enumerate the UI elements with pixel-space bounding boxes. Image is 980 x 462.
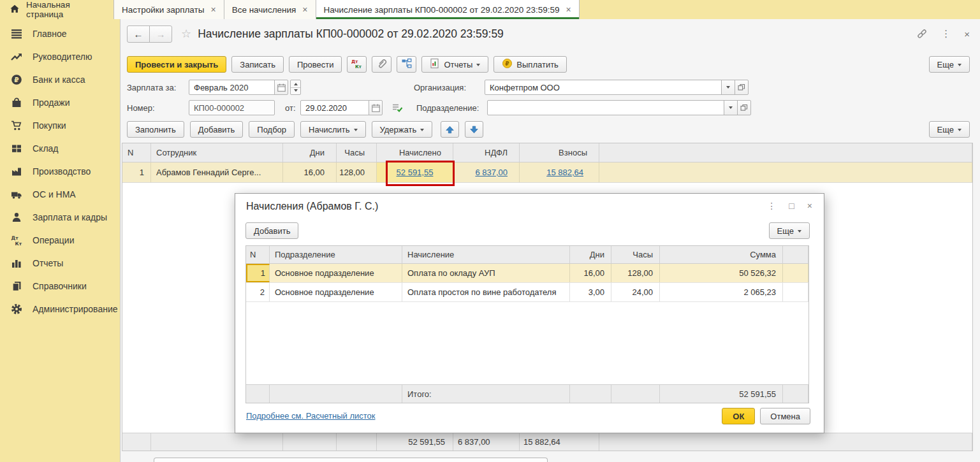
svg-text:Кт: Кт	[15, 241, 22, 247]
trend-icon	[10, 51, 23, 62]
fill-button[interactable]: Заполнить	[127, 121, 184, 138]
move-down-button[interactable]	[465, 121, 483, 138]
table-row[interactable]: 1 Абрамов Геннадий Серге... 16,00 128,00…	[122, 162, 972, 183]
chevron-down-icon	[354, 129, 358, 133]
accrue-button[interactable]: Начислить	[300, 121, 365, 138]
sidebar-item-bank-cash[interactable]: ₽ Банк и касса	[0, 68, 120, 91]
number-input[interactable]: КП00-000002	[189, 100, 275, 115]
maximize-icon[interactable]: □	[789, 201, 794, 211]
spin-down-icon	[294, 89, 298, 94]
accrual-row[interactable]: 1 Основное подразделение Оплата по оклад…	[246, 264, 808, 283]
forward-arrow-icon: →	[156, 29, 166, 40]
payslip-details-link[interactable]: Подробнее см. Расчетный листок	[246, 411, 376, 421]
contributions-amount-link[interactable]: 15 882,64	[546, 168, 583, 177]
withhold-button[interactable]: Удержать	[372, 121, 433, 138]
favorite-star-icon[interactable]: ☆	[181, 27, 191, 41]
show-postings-button[interactable]: ДтКт	[347, 56, 367, 73]
department-open-button[interactable]	[737, 100, 751, 115]
department-input[interactable]	[487, 100, 724, 115]
department-dropdown-button[interactable]	[724, 100, 738, 115]
sidebar-item-label: Главное	[33, 29, 67, 39]
sidebar-item-sales[interactable]: Продажи	[0, 91, 120, 114]
comment-field-partial[interactable]	[154, 458, 548, 462]
table-toolbar: Заполнить Добавить Подбор Начислить Удер…	[127, 121, 483, 138]
svg-text:Дт: Дт	[351, 59, 358, 64]
sidebar-item-label: Справочники	[33, 281, 87, 291]
accrual-row[interactable]: 2 Основное подразделение Оплата простоя …	[246, 283, 808, 302]
more-button-top[interactable]: Еще	[929, 56, 970, 73]
close-icon[interactable]: ×	[210, 4, 216, 15]
svg-text:₽: ₽	[506, 61, 509, 67]
structure-button[interactable]	[397, 56, 416, 73]
list-check-icon[interactable]	[391, 102, 403, 113]
sidebar-item-administration[interactable]: Администрирование	[0, 298, 120, 321]
sidebar-item-operations[interactable]: ДтКт Операции	[0, 229, 120, 252]
sidebar-item-label: Склад	[33, 143, 59, 154]
accruals-empty-area	[246, 302, 808, 384]
focused-cell[interactable]: 1	[246, 264, 270, 282]
tab-home[interactable]: Начальная страница	[0, 0, 113, 19]
post-button[interactable]: Провести	[289, 56, 342, 73]
dialog-add-button[interactable]: Добавить	[245, 222, 298, 239]
pick-button[interactable]: Подбор	[249, 121, 295, 138]
sidebar-item-manager[interactable]: Руководителю	[0, 45, 120, 68]
ndfl-amount-link[interactable]: 6 837,00	[475, 168, 508, 177]
save-button[interactable]: Записать	[231, 56, 284, 73]
sidebar-item-directories[interactable]: Справочники	[0, 275, 120, 298]
dialog-more-button[interactable]: Еще	[769, 222, 810, 239]
pay-button[interactable]: ₽ Выплатить	[494, 56, 567, 73]
sidebar-item-fixed-assets[interactable]: ОС и НМА	[0, 183, 120, 206]
organization-dropdown-button[interactable]	[721, 80, 735, 95]
move-up-button[interactable]	[441, 121, 459, 138]
link-icon[interactable]	[916, 28, 928, 40]
organization-input[interactable]: Конфетпром ООО	[485, 80, 722, 95]
back-button[interactable]: ←	[127, 25, 150, 43]
sidebar-item-production[interactable]: Производство	[0, 160, 120, 183]
gear-icon	[10, 303, 23, 315]
sidebar-item-label: ОС и НМА	[33, 189, 76, 199]
close-icon[interactable]: ×	[302, 4, 307, 15]
forward-button[interactable]: →	[149, 25, 172, 43]
more-dots-icon[interactable]: ⋮	[767, 201, 776, 211]
person-icon	[10, 212, 23, 223]
close-icon[interactable]: ×	[964, 29, 970, 40]
sidebar-item-salary-hr[interactable]: Зарплата и кадры	[0, 206, 120, 229]
tab-home-label: Начальная страница	[26, 0, 104, 19]
ok-button[interactable]: ОК	[722, 408, 755, 424]
more-button-table[interactable]: Еще	[929, 121, 970, 138]
accrued-amount-cell[interactable]: 52 591,55	[377, 162, 453, 182]
menu-icon	[10, 28, 23, 40]
sidebar-item-reports[interactable]: Отчеты	[0, 252, 120, 275]
organization-open-button[interactable]	[735, 80, 749, 95]
sidebar-item-warehouse[interactable]: Склад	[0, 137, 120, 160]
cancel-button[interactable]: Отмена	[760, 408, 810, 424]
sidebar-item-label: Покупки	[33, 120, 66, 131]
close-icon[interactable]: ×	[566, 4, 571, 15]
add-row-button[interactable]: Добавить	[190, 121, 243, 138]
sidebar-item-main[interactable]: Главное	[0, 22, 120, 45]
tab-salary-settings[interactable]: Настройки зарплаты ×	[113, 0, 224, 19]
sidebar-item-label: Отчеты	[33, 258, 63, 268]
sidebar-item-purchases[interactable]: Покупки	[0, 114, 120, 137]
tab-salary-accrual-document[interactable]: Начисление зарплаты КП00-000002 от 29.02…	[316, 0, 580, 19]
post-and-close-button[interactable]: Провести и закрыть	[127, 56, 226, 73]
reports-button[interactable]: Отчеты	[421, 56, 488, 73]
calendar-icon[interactable]	[369, 100, 383, 115]
date-input[interactable]: 29.02.2020	[300, 100, 369, 115]
dtkt-color-icon: ДтКт	[351, 58, 362, 71]
more-dots-icon[interactable]: ⋮	[941, 28, 951, 40]
organization-label: Организация:	[414, 83, 485, 92]
accruals-header-row: N Подразделение Начисление Дни Часы Сумм…	[246, 246, 808, 264]
document-header: ← → ☆ Начисление зарплаты КП00-000002 от…	[127, 23, 970, 45]
accrued-amount-link[interactable]: 52 591,55	[397, 168, 434, 177]
salary-for-label: Зарплата за:	[127, 83, 189, 92]
tab-label: Начисление зарплаты КП00-000002 от 29.02…	[324, 5, 560, 15]
close-icon[interactable]: ×	[807, 201, 812, 211]
calendar-icon[interactable]	[274, 80, 288, 95]
tab-all-accruals[interactable]: Все начисления ×	[224, 0, 316, 19]
chevron-down-icon	[476, 64, 480, 68]
period-stepper[interactable]	[290, 80, 301, 95]
warehouse-icon	[10, 143, 23, 154]
salary-period-input[interactable]: Февраль 2020	[189, 80, 275, 95]
attachments-button[interactable]	[372, 56, 391, 73]
